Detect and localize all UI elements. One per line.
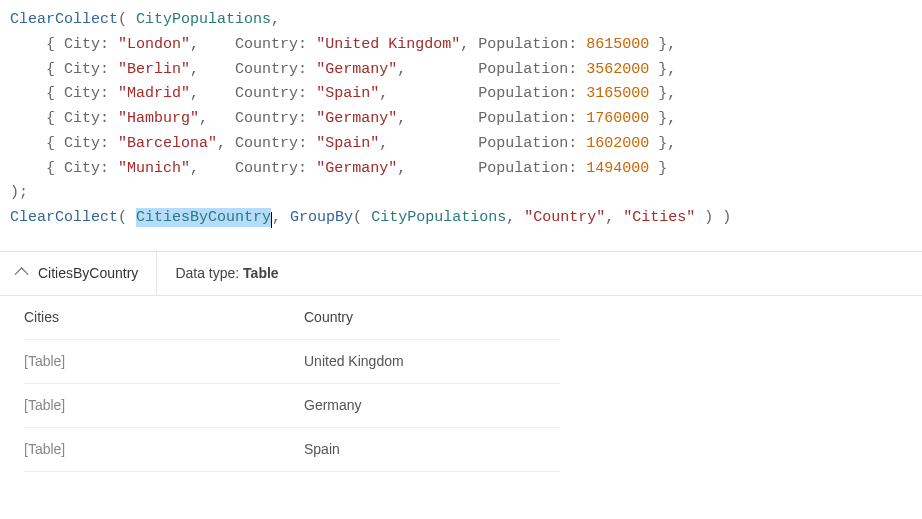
formula-editor[interactable]: ClearCollect( CityPopulations, { City: "… [0,0,922,252]
cell-country: United Kingdom [304,353,560,369]
function-clearcollect: ClearCollect [10,11,118,28]
result-panel: CitiesByCountry Data type: Table Cities … [0,252,922,472]
datatype-label: Data type: Table [157,265,296,281]
result-header: CitiesByCountry Data type: Table [0,252,922,296]
expand-toggle[interactable]: CitiesByCountry [0,252,157,295]
cell-cities: [Table] [24,353,304,369]
function-groupby: GroupBy [290,209,353,226]
chevron-up-icon [15,268,29,282]
column-header-cities: Cities [24,309,304,325]
result-variable-name: CitiesByCountry [38,265,138,281]
text-cursor [271,212,272,229]
cell-country: Germany [304,397,560,413]
table-row[interactable]: [Table] Spain [24,428,560,472]
table-header-row: Cities Country [24,296,560,340]
table-row[interactable]: [Table] Germany [24,384,560,428]
selected-identifier: CitiesByCountry [136,208,271,227]
cell-cities: [Table] [24,441,304,457]
collection-name-1: CityPopulations [136,11,271,28]
column-header-country: Country [304,309,560,325]
cell-country: Spain [304,441,560,457]
cell-cities: [Table] [24,397,304,413]
function-clearcollect-2: ClearCollect [10,209,118,226]
result-table: Cities Country [Table] United Kingdom [T… [0,296,560,472]
table-row[interactable]: [Table] United Kingdom [24,340,560,384]
